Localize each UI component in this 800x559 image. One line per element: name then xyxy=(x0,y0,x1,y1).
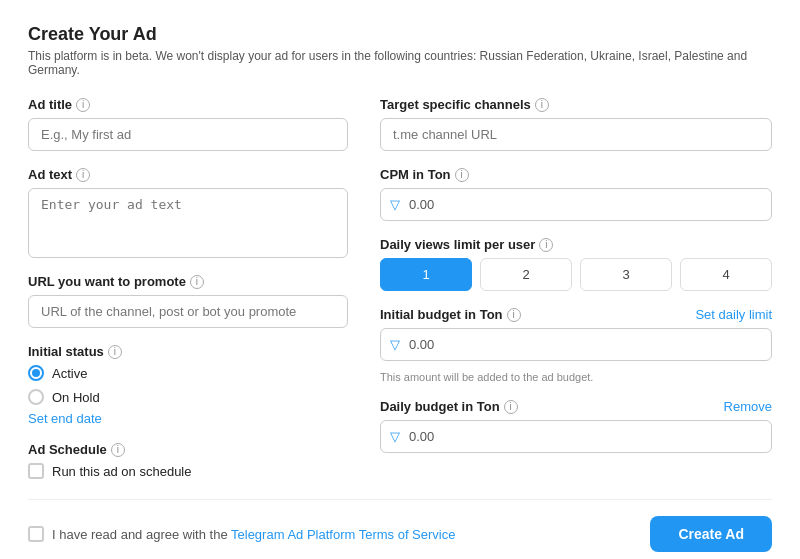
target-channels-input[interactable] xyxy=(380,118,772,151)
initial-budget-field: Initial budget in Ton i Set daily limit … xyxy=(380,307,772,383)
cpm-field: CPM in Ton i ▽ xyxy=(380,167,772,221)
url-input[interactable] xyxy=(28,295,348,328)
page-subtitle: This platform is in beta. We won't displ… xyxy=(28,49,772,77)
ad-text-field: Ad text i xyxy=(28,167,348,258)
radio-group: Active On Hold xyxy=(28,365,348,405)
ad-text-input[interactable] xyxy=(28,188,348,258)
schedule-checkbox-label: Run this ad on schedule xyxy=(52,464,191,479)
radio-active-label: Active xyxy=(52,366,87,381)
page-title: Create Your Ad xyxy=(28,24,772,45)
daily-views-info-icon[interactable]: i xyxy=(539,238,553,252)
initial-budget-label-row: Initial budget in Ton i Set daily limit xyxy=(380,307,772,322)
create-ad-button[interactable]: Create Ad xyxy=(650,516,772,552)
schedule-checkbox[interactable]: Run this ad on schedule xyxy=(28,463,348,479)
radio-active[interactable]: Active xyxy=(28,365,348,381)
daily-budget-label-row: Daily budget in Ton i Remove xyxy=(380,399,772,414)
initial-status-label: Initial status i xyxy=(28,344,348,359)
ad-text-label: Ad text i xyxy=(28,167,348,182)
daily-budget-field: Daily budget in Ton i Remove ▽ xyxy=(380,399,772,453)
cpm-input-wrapper: ▽ xyxy=(380,188,772,221)
footer: I have read and agree with the Telegram … xyxy=(28,499,772,552)
ad-text-info-icon[interactable]: i xyxy=(76,168,90,182)
daily-budget-input-wrapper: ▽ xyxy=(380,420,772,453)
initial-budget-input-wrapper: ▽ xyxy=(380,328,772,361)
url-field: URL you want to promote i xyxy=(28,274,348,328)
footer-left: I have read and agree with the Telegram … xyxy=(28,526,455,542)
ad-title-input[interactable] xyxy=(28,118,348,151)
daily-budget-input[interactable] xyxy=(380,420,772,453)
cpm-input[interactable] xyxy=(380,188,772,221)
terms-link[interactable]: Telegram Ad Platform Terms of Service xyxy=(231,527,455,542)
daily-budget-label: Daily budget in Ton i xyxy=(380,399,518,414)
cpm-info-icon[interactable]: i xyxy=(455,168,469,182)
initial-status-info-icon[interactable]: i xyxy=(108,345,122,359)
terms-checkbox[interactable] xyxy=(28,526,44,542)
initial-budget-input[interactable] xyxy=(380,328,772,361)
radio-on-hold-circle xyxy=(28,389,44,405)
views-btn-4[interactable]: 4 xyxy=(680,258,772,291)
target-channels-info-icon[interactable]: i xyxy=(535,98,549,112)
radio-on-hold-label: On Hold xyxy=(52,390,100,405)
radio-active-circle xyxy=(28,365,44,381)
schedule-checkbox-box[interactable] xyxy=(28,463,44,479)
initial-budget-label: Initial budget in Ton i xyxy=(380,307,521,322)
footer-terms-text: I have read and agree with the Telegram … xyxy=(52,527,455,542)
ad-schedule-info-icon[interactable]: i xyxy=(111,443,125,457)
set-daily-limit-link[interactable]: Set daily limit xyxy=(695,307,772,322)
ad-title-info-icon[interactable]: i xyxy=(76,98,90,112)
target-channels-label: Target specific channels i xyxy=(380,97,772,112)
views-btn-1[interactable]: 1 xyxy=(380,258,472,291)
daily-views-label: Daily views limit per user i xyxy=(380,237,772,252)
views-btn-group: 1 2 3 4 xyxy=(380,258,772,291)
ad-schedule-field: Ad Schedule i Run this ad on schedule xyxy=(28,442,348,479)
initial-budget-info-icon[interactable]: i xyxy=(507,308,521,322)
remove-daily-budget-link[interactable]: Remove xyxy=(724,399,772,414)
views-btn-3[interactable]: 3 xyxy=(580,258,672,291)
url-label: URL you want to promote i xyxy=(28,274,348,289)
radio-on-hold[interactable]: On Hold xyxy=(28,389,348,405)
daily-views-field: Daily views limit per user i 1 2 3 4 xyxy=(380,237,772,291)
initial-budget-helper: This amount will be added to the ad budg… xyxy=(380,371,772,383)
initial-status-field: Initial status i Active On Hold Set end … xyxy=(28,344,348,426)
target-channels-field: Target specific channels i xyxy=(380,97,772,151)
ad-title-field: Ad title i xyxy=(28,97,348,151)
daily-budget-info-icon[interactable]: i xyxy=(504,400,518,414)
set-end-date-link[interactable]: Set end date xyxy=(28,411,348,426)
url-info-icon[interactable]: i xyxy=(190,275,204,289)
cpm-label: CPM in Ton i xyxy=(380,167,772,182)
ad-schedule-label: Ad Schedule i xyxy=(28,442,348,457)
ad-title-label: Ad title i xyxy=(28,97,348,112)
views-btn-2[interactable]: 2 xyxy=(480,258,572,291)
